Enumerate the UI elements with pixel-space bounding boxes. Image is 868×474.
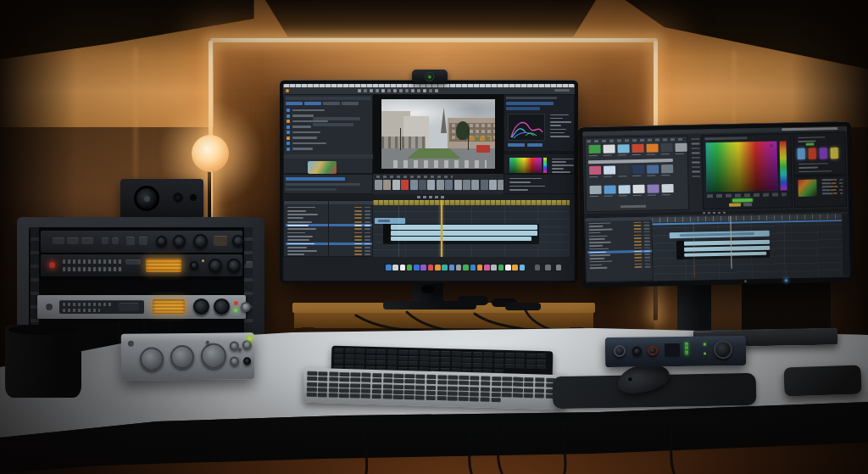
row-text xyxy=(798,141,815,142)
dock-icons-right xyxy=(535,265,567,270)
color-panel xyxy=(701,133,793,209)
keyboard-key xyxy=(415,380,426,384)
keyboard-key xyxy=(502,388,512,392)
rack-knob xyxy=(173,235,186,248)
tool-icons xyxy=(358,89,441,92)
thumbnail-label xyxy=(661,175,670,176)
clip-thumbnail xyxy=(489,180,497,190)
row-value xyxy=(645,266,651,268)
portable-drive xyxy=(783,365,861,396)
media-thumbnail xyxy=(632,165,644,174)
keyboard-key xyxy=(415,374,426,378)
lcd-display-amber xyxy=(146,259,181,272)
tool-icon xyxy=(417,89,420,92)
color-panel-header xyxy=(704,137,747,140)
list-row xyxy=(548,131,574,134)
channel-meter-row xyxy=(63,267,122,271)
row-value-amber xyxy=(354,250,362,252)
window-controls xyxy=(554,89,570,92)
panel-header xyxy=(286,97,370,100)
timeline-clips-2 xyxy=(652,212,850,282)
keyboard-key xyxy=(350,388,360,393)
tool-icon xyxy=(376,89,379,92)
dock-icon xyxy=(407,265,413,270)
row-text xyxy=(691,142,699,144)
output-button xyxy=(246,261,253,268)
led-strip-top xyxy=(210,38,658,42)
clip-thumbnail xyxy=(481,180,488,190)
tree-item-text xyxy=(292,142,326,145)
row-text xyxy=(589,258,604,259)
keyboard-key xyxy=(339,388,349,393)
clip-thumbnail xyxy=(463,180,470,190)
keyboard-key xyxy=(437,396,447,400)
project-panel xyxy=(283,94,373,174)
row-text xyxy=(550,121,571,123)
keyboard-key xyxy=(441,362,450,366)
row-text xyxy=(509,186,545,187)
timeline-clip xyxy=(378,220,390,222)
tool-icon xyxy=(381,89,385,92)
row-text xyxy=(287,214,318,215)
timeline-clip xyxy=(391,225,537,230)
row-value-amber xyxy=(634,260,642,262)
keyboard-key xyxy=(409,361,418,365)
tree-item-text xyxy=(292,137,317,139)
row-text xyxy=(552,171,570,173)
keyboard-key xyxy=(398,350,408,354)
row-value-amber xyxy=(354,210,362,212)
clip-thumbnail xyxy=(410,180,418,190)
keyboard-key xyxy=(398,361,407,365)
row-value-amber xyxy=(633,225,641,226)
keyboard-key xyxy=(420,350,429,354)
row-value xyxy=(644,244,650,246)
keyboard-key xyxy=(361,383,371,388)
lut-preview xyxy=(798,180,816,197)
media-thumbnail xyxy=(661,184,673,192)
row-text xyxy=(550,136,570,137)
row-text xyxy=(589,251,606,253)
keyboard-key xyxy=(502,382,512,387)
lut-rows xyxy=(820,179,844,197)
keyboard-key xyxy=(526,359,536,363)
dock-icon xyxy=(520,265,526,270)
row-text xyxy=(552,165,574,166)
row-value-amber xyxy=(634,264,642,265)
hanging-cables xyxy=(322,415,763,474)
list-row xyxy=(690,156,700,159)
transport-buttons xyxy=(417,196,446,198)
row-text xyxy=(692,157,700,159)
rack-unit-processor xyxy=(41,231,242,253)
row-value-amber xyxy=(354,254,362,255)
keyboard-key xyxy=(361,373,371,377)
picker-controls-row xyxy=(707,192,787,198)
row-text xyxy=(509,189,528,191)
row-value xyxy=(364,243,370,245)
timeline-clips xyxy=(373,200,575,257)
thumbnail-label xyxy=(604,176,612,177)
keyboard-key xyxy=(515,353,525,357)
preamp-buttons xyxy=(63,303,114,306)
keyboard-key xyxy=(307,393,317,397)
tool-icon xyxy=(435,89,438,92)
keyboard-key xyxy=(462,357,471,361)
color-picker-square xyxy=(509,158,542,173)
list-header xyxy=(284,201,374,204)
left-lower-strip xyxy=(283,174,373,194)
dock-icon xyxy=(392,265,398,270)
list-row xyxy=(550,158,574,160)
lcd-display-amber xyxy=(153,299,185,314)
keyboard-key xyxy=(339,382,349,387)
keyboard-key xyxy=(404,379,415,383)
keyboard-key xyxy=(376,355,386,360)
row-text xyxy=(287,247,307,248)
list-row xyxy=(689,137,699,140)
row-text xyxy=(589,254,610,256)
orange-knob xyxy=(648,345,658,355)
keyboard-key xyxy=(334,360,343,364)
keyboard-key xyxy=(345,354,354,359)
mouse-wheel xyxy=(626,376,633,382)
row-value xyxy=(364,228,370,230)
tree-item-icon xyxy=(287,109,290,112)
media-thumbnail xyxy=(618,165,630,174)
